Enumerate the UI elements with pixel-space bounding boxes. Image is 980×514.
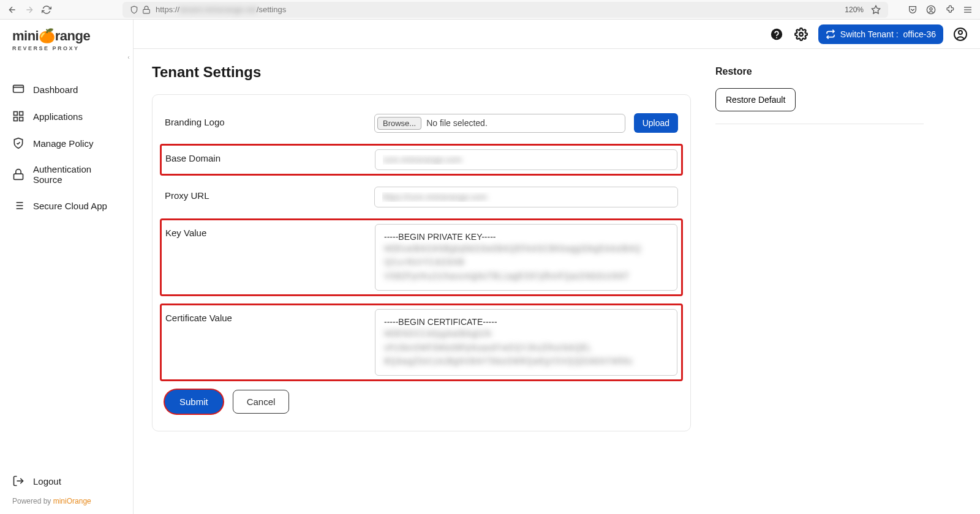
svg-point-24: [959, 31, 962, 34]
cancel-button[interactable]: Cancel: [233, 390, 290, 414]
cert-value-label: Certificate Value: [165, 309, 368, 323]
help-button[interactable]: [769, 27, 784, 42]
logout-label: Logout: [33, 476, 61, 486]
topbar: Switch Tenant : office-36: [134, 20, 980, 49]
restore-title: Restore: [715, 66, 924, 77]
reload-button[interactable]: [42, 5, 51, 15]
svg-point-22: [799, 32, 803, 36]
dashboard-icon: [12, 83, 24, 95]
key-value-label: Key Value: [165, 224, 368, 238]
swap-icon: [826, 29, 835, 39]
sidebar-item-label: Authentication Source: [33, 164, 121, 185]
list-icon: [12, 199, 24, 212]
page-title: Tenant Settings: [152, 64, 691, 81]
logo: mini🍊range REVERSE PROXY: [0, 20, 133, 58]
svg-rect-0: [143, 9, 150, 13]
settings-button[interactable]: [794, 27, 809, 42]
shield-check-icon: [12, 137, 24, 149]
logout-icon: [12, 475, 24, 487]
url-prefix: https://: [156, 5, 179, 14]
account-icon[interactable]: [926, 5, 936, 15]
url-host: tenant.miniorange.net: [179, 5, 257, 14]
proxy-url-label: Proxy URL: [165, 187, 367, 201]
svg-rect-9: [14, 112, 18, 116]
sidebar-item-manage-policy[interactable]: Manage Policy: [7, 130, 126, 157]
sidebar-item-label: Dashboard: [33, 84, 78, 95]
file-input[interactable]: Browse... No file selected.: [374, 114, 625, 133]
url-bar[interactable]: https://tenant.miniorange.net/settings 1…: [123, 2, 888, 18]
svg-rect-11: [14, 117, 18, 121]
switch-tenant-button[interactable]: Switch Tenant : office-36: [818, 24, 943, 44]
svg-rect-10: [20, 112, 23, 116]
svg-marker-1: [872, 6, 880, 13]
file-status: No file selected.: [426, 118, 488, 128]
lock-icon: [142, 6, 151, 14]
submit-button[interactable]: Submit: [165, 390, 223, 414]
divider: [715, 124, 924, 124]
upload-button[interactable]: Upload: [634, 113, 678, 133]
back-button[interactable]: [7, 5, 17, 15]
key-value-textarea[interactable]: -----BEGIN PRIVATE KEY----- MIIEvwIBADAN…: [375, 224, 677, 291]
shield-icon: [130, 6, 138, 14]
settings-form: Branding Logo Browse... No file selected…: [152, 94, 691, 431]
cert-value-textarea[interactable]: -----BEGIN CERTIFICATE----- MIIENDCCA0yg…: [375, 309, 677, 376]
key-value-highlight: Key Value -----BEGIN PRIVATE KEY----- MI…: [160, 218, 683, 296]
logout-button[interactable]: Logout: [7, 467, 126, 494]
branding-label: Branding Logo: [165, 113, 367, 127]
svg-rect-7: [13, 85, 24, 92]
svg-rect-13: [14, 174, 23, 179]
sidebar: mini🍊range REVERSE PROXY Dashboard Appli…: [0, 20, 134, 514]
pocket-icon[interactable]: [908, 5, 918, 15]
svg-rect-12: [20, 117, 23, 121]
proxy-url-input[interactable]: [374, 187, 678, 207]
profile-button[interactable]: [953, 27, 968, 42]
sidebar-item-auth-source[interactable]: Authentication Source: [7, 157, 126, 192]
browser-toolbar: https://tenant.miniorange.net/settings 1…: [0, 0, 980, 20]
cert-value-highlight: Certificate Value -----BEGIN CERTIFICATE…: [160, 304, 683, 381]
svg-point-3: [930, 7, 932, 10]
collapse-handle[interactable]: [124, 50, 134, 65]
sidebar-item-label: Secure Cloud App: [33, 201, 107, 211]
base-domain-label: Base Domain: [165, 149, 368, 163]
star-icon[interactable]: [871, 5, 881, 15]
base-domain-highlight: Base Domain: [160, 144, 683, 176]
powered-by: Powered by miniOrange: [7, 494, 126, 505]
restore-default-button[interactable]: Restore Default: [715, 88, 796, 111]
url-path: /settings: [257, 5, 286, 14]
miniorange-link[interactable]: miniOrange: [53, 497, 91, 505]
forward-button[interactable]: [24, 5, 34, 15]
zoom-label: 120%: [845, 6, 864, 14]
lock-icon: [12, 168, 24, 181]
extensions-icon[interactable]: [944, 5, 954, 15]
sidebar-item-dashboard[interactable]: Dashboard: [7, 76, 126, 103]
grid-icon: [12, 110, 24, 122]
sidebar-item-applications[interactable]: Applications: [7, 103, 126, 130]
sidebar-item-label: Applications: [33, 111, 83, 122]
browse-button[interactable]: Browse...: [377, 117, 421, 130]
hamburger-icon[interactable]: [963, 5, 973, 15]
sidebar-item-label: Manage Policy: [33, 138, 93, 149]
sidebar-item-secure-cloud[interactable]: Secure Cloud App: [7, 192, 126, 219]
base-domain-input[interactable]: [375, 149, 677, 170]
